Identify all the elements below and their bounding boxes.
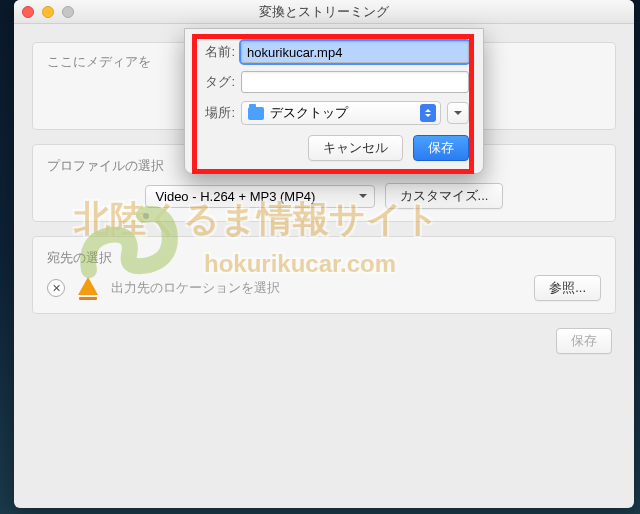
clear-destination-button[interactable]: ✕ [47, 279, 65, 297]
save-button[interactable]: 保存 [413, 135, 469, 161]
footer-save-button: 保存 [556, 328, 612, 354]
location-select[interactable]: デスクトップ [241, 101, 441, 125]
save-sheet: 名前: タグ: 場所: デスクトップ キャンセル 保存 [184, 28, 484, 174]
name-input[interactable] [241, 41, 469, 63]
window-title: 変換とストリーミング [14, 3, 634, 21]
customize-button[interactable]: カスタマイズ... [385, 183, 504, 209]
tag-label: タグ: [199, 73, 235, 91]
expand-sheet-button[interactable] [447, 102, 469, 124]
folder-icon [248, 107, 264, 120]
profile-select[interactable]: Video - H.264 + MP3 (MP4) [145, 185, 375, 208]
destination-placeholder: 出力先のロケーションを選択 [111, 279, 524, 297]
profile-select-value: Video - H.264 + MP3 (MP4) [156, 189, 316, 204]
titlebar: 変換とストリーミング [14, 0, 634, 24]
location-label: 場所: [199, 104, 235, 122]
name-label: 名前: [199, 43, 235, 61]
browse-button[interactable]: 参照... [534, 275, 601, 301]
cancel-button[interactable]: キャンセル [308, 135, 403, 161]
destination-panel: 宛先の選択 ✕ 出力先のロケーションを選択 参照... [32, 236, 616, 314]
destination-title: 宛先の選択 [47, 249, 601, 267]
footer: 保存 [32, 328, 616, 354]
location-value: デスクトップ [270, 104, 348, 122]
updown-arrows-icon [420, 104, 436, 122]
tag-input[interactable] [241, 71, 469, 93]
media-drop-hint: ここにメディアを [47, 53, 151, 71]
vlc-cone-icon [75, 275, 101, 301]
main-window: 変換とストリーミング ここにメディアを 20140930145440.m2ts … [14, 0, 634, 508]
